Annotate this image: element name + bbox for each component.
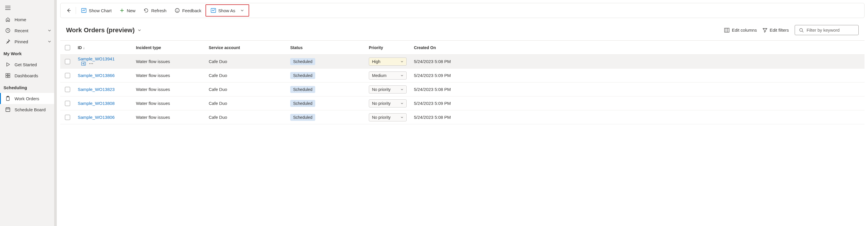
open-panel-icon[interactable] — [81, 61, 86, 66]
back-button[interactable] — [62, 5, 74, 15]
created-cell: 5/24/2023 5:09 PM — [411, 101, 865, 106]
nav-section-title: My Work — [0, 47, 57, 59]
priority-select[interactable]: Medium — [369, 71, 407, 80]
service-cell: Cafe Duo — [206, 101, 287, 106]
refresh-button[interactable]: Refresh — [140, 5, 170, 15]
id-link[interactable]: Sample_WO13808 — [78, 101, 115, 106]
back-arrow-icon — [66, 8, 71, 13]
nav-label: Get Started — [14, 62, 37, 67]
table-row[interactable]: Sample_WO13823 Water flow issues Cafe Du… — [60, 82, 865, 97]
nav-item-pinned[interactable]: Pinned — [0, 36, 57, 47]
status-badge: Scheduled — [290, 86, 315, 93]
filter-keyword-input[interactable] — [807, 28, 862, 33]
filter-keyword-box[interactable] — [795, 25, 859, 35]
clipboard-icon — [5, 96, 10, 101]
new-button[interactable]: New — [116, 6, 140, 15]
table-header: ID↓ Incident type Service account Status… — [60, 41, 865, 54]
svg-rect-13 — [724, 28, 729, 32]
row-checkbox[interactable] — [65, 73, 70, 78]
row-checkbox[interactable] — [65, 87, 70, 92]
table-row[interactable]: Sample_WO13808 Water flow issues Cafe Du… — [60, 97, 865, 110]
nav-item-work-orders[interactable]: Work Orders — [0, 93, 57, 104]
nav-item-dashboards[interactable]: Dashboards — [0, 70, 57, 81]
chevron-down-icon — [48, 29, 51, 32]
search-icon — [799, 28, 804, 33]
table-row[interactable]: Sample_WO13866 Water flow issues Cafe Du… — [60, 69, 865, 82]
columns-icon — [724, 28, 730, 33]
service-cell: Cafe Duo — [206, 59, 287, 64]
id-link[interactable]: Sample_WO13806 — [78, 115, 115, 120]
created-cell: 5/24/2023 5:09 PM — [411, 73, 865, 78]
svg-rect-5 — [6, 97, 9, 101]
svg-rect-7 — [6, 108, 10, 112]
select-all-checkbox[interactable] — [65, 45, 70, 50]
nav-item-recent[interactable]: Recent — [0, 25, 57, 36]
nav-item-get-started[interactable]: Get Started — [0, 59, 57, 70]
incident-cell: Water flow issues — [133, 115, 206, 120]
col-status[interactable]: Status — [287, 45, 366, 50]
nav-label: Pinned — [14, 39, 28, 44]
incident-cell: Water flow issues — [133, 73, 206, 78]
created-cell: 5/24/2023 5:08 PM — [411, 115, 865, 120]
priority-select[interactable]: No priority — [369, 99, 407, 108]
table-row[interactable]: Sample_WO13806 Water flow issues Cafe Du… — [60, 110, 865, 124]
sidebar-scrollbar[interactable] — [54, 0, 57, 226]
id-link[interactable]: Sample_WO13941 — [78, 57, 115, 61]
chart-icon — [81, 8, 87, 13]
nav-label: Schedule Board — [14, 107, 46, 112]
col-service[interactable]: Service account — [206, 45, 287, 50]
row-checkbox[interactable] — [65, 115, 70, 120]
refresh-icon — [144, 8, 149, 13]
nav-label: Home — [14, 17, 26, 22]
col-priority[interactable]: Priority — [366, 45, 411, 50]
chevron-down-icon — [401, 116, 403, 119]
view-title-dropdown[interactable]: Work Orders (preview) — [66, 27, 141, 34]
status-badge: Scheduled — [290, 114, 315, 121]
pin-icon — [5, 39, 10, 44]
priority-select[interactable]: High — [369, 58, 407, 66]
edit-filters-button[interactable]: Edit filters — [763, 28, 789, 33]
work-orders-table: ID↓ Incident type Service account Status… — [60, 40, 865, 124]
view-title-text: Work Orders (preview) — [66, 27, 135, 34]
id-link[interactable]: Sample_WO13823 — [78, 87, 115, 92]
show-chart-button[interactable]: Show Chart — [77, 5, 116, 15]
svg-rect-1 — [6, 74, 7, 75]
nav-section-title: Scheduling — [0, 81, 57, 93]
feedback-button[interactable]: Feedback — [170, 5, 206, 15]
feedback-icon — [175, 8, 180, 13]
feedback-label: Feedback — [182, 8, 202, 13]
service-cell: Cafe Duo — [206, 87, 287, 92]
nav-item-schedule-board[interactable]: Schedule Board — [0, 104, 57, 115]
show-chart-label: Show Chart — [89, 8, 112, 13]
show-as-button[interactable]: Show As — [207, 5, 248, 15]
clock-icon — [5, 28, 10, 33]
svg-point-18 — [92, 63, 93, 64]
svg-point-11 — [178, 10, 179, 10]
edit-columns-button[interactable]: Edit columns — [724, 28, 757, 33]
nav-label: Work Orders — [14, 96, 39, 101]
priority-value: High — [372, 59, 380, 64]
id-link[interactable]: Sample_WO13866 — [78, 73, 115, 78]
nav-label: Dashboards — [14, 73, 38, 78]
nav-label: Recent — [14, 28, 29, 33]
row-checkbox[interactable] — [65, 59, 70, 64]
svg-rect-2 — [8, 74, 10, 75]
status-badge: Scheduled — [290, 72, 315, 79]
more-icon[interactable] — [89, 61, 93, 66]
dashboard-icon — [5, 73, 10, 78]
main-content: Show Chart New Refresh Feedback — [57, 0, 868, 226]
priority-select[interactable]: No priority — [369, 113, 407, 121]
created-cell: 5/24/2023 5:08 PM — [411, 87, 865, 92]
col-created[interactable]: Created On — [411, 45, 865, 50]
priority-value: No priority — [372, 87, 391, 92]
nav-item-home[interactable]: Home — [0, 14, 57, 25]
row-checkbox[interactable] — [65, 101, 70, 106]
hamburger-menu[interactable] — [0, 3, 57, 14]
priority-select[interactable]: No priority — [369, 85, 407, 93]
sidebar: Home Recent Pinned My Work Get Started D… — [0, 0, 57, 226]
col-id[interactable]: ID↓ — [75, 45, 133, 50]
priority-value: Medium — [372, 73, 386, 78]
service-cell: Cafe Duo — [206, 73, 287, 78]
col-incident[interactable]: Incident type — [133, 45, 206, 50]
table-row[interactable]: Sample_WO13941 Water flow issues Cafe Du… — [60, 54, 865, 69]
